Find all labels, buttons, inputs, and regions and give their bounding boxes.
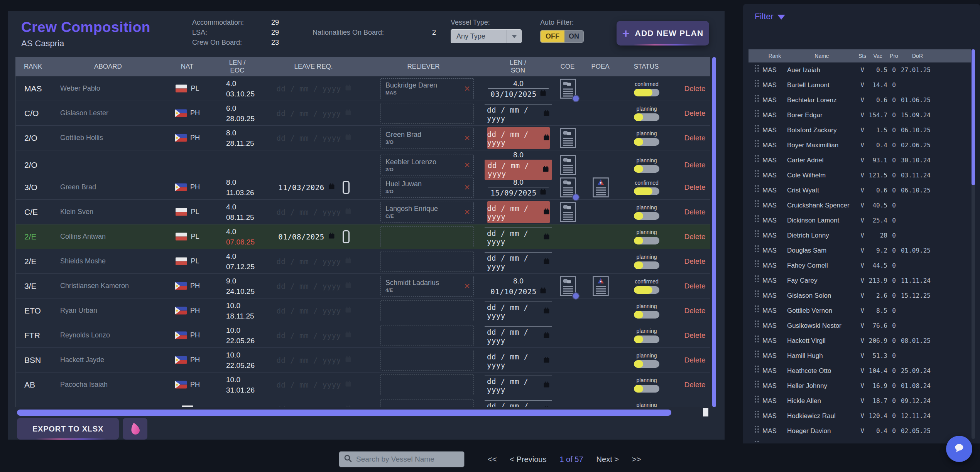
search-input[interactable]	[356, 455, 460, 464]
reliever-input[interactable]	[380, 226, 474, 247]
delete-button[interactable]: Delete	[676, 208, 710, 216]
coe-document-icon[interactable]	[560, 155, 576, 175]
calendar-icon[interactable]	[345, 307, 351, 315]
leave-date-input[interactable]: dd / mm / yyyy	[276, 84, 341, 93]
son-date-input[interactable]: dd / mm / yyyy	[485, 228, 552, 246]
previous-page-button[interactable]: < Previous	[510, 455, 546, 464]
next-page-button[interactable]: Next >	[596, 455, 619, 464]
delete-button[interactable]: Delete	[676, 84, 710, 93]
crew-pool-row[interactable]: MASDickinson LamontV25.40	[749, 213, 971, 228]
son-date-input-alert[interactable]: dd / mm / yyyy	[487, 127, 550, 149]
crew-pool-row[interactable]: MASDietrich LonnyV280	[749, 228, 971, 243]
crew-pool-row[interactable]: MASCole WilhelmV121.5003.11.24	[749, 168, 971, 183]
crew-pool-row[interactable]: MASBartell LamontV14.40	[749, 78, 971, 93]
status-toggle[interactable]	[634, 360, 659, 368]
delete-button[interactable]: Delete	[676, 331, 710, 340]
crew-pool-row[interactable]: MASHodkiewicz RaulV120.4012.11.24	[749, 408, 971, 423]
status-toggle[interactable]	[634, 385, 659, 393]
calendar-icon[interactable]	[543, 357, 550, 365]
calendar-icon[interactable]	[345, 84, 351, 93]
status-toggle[interactable]	[634, 89, 659, 96]
calendar-icon[interactable]	[543, 110, 550, 118]
status-toggle[interactable]	[634, 237, 659, 244]
auto-filter-on[interactable]: ON	[564, 30, 583, 42]
auto-filter-off[interactable]: OFF	[541, 30, 564, 42]
delete-button[interactable]: Delete	[676, 109, 710, 118]
calendar-icon[interactable]	[543, 258, 550, 266]
delete-button[interactable]: Delete	[676, 405, 710, 408]
calendar-icon[interactable]	[540, 287, 546, 295]
coe-document-icon[interactable]	[560, 276, 576, 296]
son-date-input[interactable]: dd / mm / yyyy	[485, 160, 552, 180]
coe-document-icon[interactable]	[560, 79, 576, 99]
crew-pool-row[interactable]: MASBoyer MaximillianV0.4002.06.25	[749, 138, 971, 153]
status-toggle[interactable]	[634, 138, 659, 146]
crew-pool-row[interactable]: MASBorer EdgarV154.7015.09.24	[749, 108, 971, 123]
delete-button[interactable]: Delete	[676, 381, 710, 389]
calendar-icon[interactable]	[543, 208, 550, 216]
calendar-icon[interactable]	[345, 257, 351, 265]
son-date-input[interactable]: dd / mm / yyyy	[487, 204, 550, 221]
last-page-button[interactable]: >>	[632, 455, 641, 464]
egg-button[interactable]	[123, 418, 147, 440]
reliever-input[interactable]	[380, 300, 474, 321]
calendar-icon[interactable]	[543, 307, 550, 315]
calendar-icon[interactable]	[345, 109, 351, 117]
crew-pool-row[interactable]: MASGottlieb VernonV8.50	[749, 303, 971, 318]
crew-pool-row[interactable]: MASCrist WyattV0.6006.10.25	[749, 183, 971, 198]
coe-document-icon[interactable]	[560, 128, 576, 148]
reliever-input[interactable]: Schmidt Ladarius4/E✕	[380, 276, 474, 297]
status-toggle[interactable]	[634, 335, 659, 343]
status-toggle[interactable]	[634, 165, 659, 173]
calendar-icon[interactable]	[345, 356, 351, 364]
vessel-type-select[interactable]: Any Type	[451, 29, 522, 43]
delete-button[interactable]: Delete	[676, 257, 710, 266]
filter-toggle[interactable]: Filter	[755, 12, 785, 22]
poea-document-icon[interactable]	[593, 177, 609, 197]
vessel-search[interactable]	[339, 451, 465, 467]
delete-button[interactable]: Delete	[676, 134, 710, 142]
son-date-input[interactable]: 01/10/2025	[488, 286, 548, 296]
auto-filter-toggle[interactable]: OFF ON	[540, 30, 584, 43]
calendar-icon[interactable]	[345, 282, 351, 290]
leave-date-input[interactable]: dd / mm / yyyy	[276, 331, 341, 340]
crew-pool-row[interactable]: MASCruickshank SpencerV40.50	[749, 198, 971, 213]
vertical-scrollbar[interactable]	[712, 57, 716, 407]
reliever-input[interactable]: Keebler Lorenzo2/O✕	[380, 155, 474, 175]
calendar-icon[interactable]	[345, 381, 351, 389]
son-date-input[interactable]: dd / mm / yyyy	[485, 326, 552, 345]
calendar-icon[interactable]	[543, 233, 550, 241]
reliever-input[interactable]: Huel Juwan3/O✕	[380, 177, 474, 198]
calendar-icon[interactable]	[543, 332, 550, 340]
son-date-input[interactable]: dd / mm / yyyy	[485, 400, 552, 408]
crew-pool-row[interactable]: MASHackett VirgilV206.9008.01.25	[749, 333, 971, 348]
leave-date-input[interactable]: 01/08/2025	[278, 233, 324, 241]
delete-button[interactable]: Delete	[676, 183, 710, 192]
crew-pool-row[interactable]: MASGislason SolonV2.6015.12.25	[749, 288, 971, 303]
delete-button[interactable]: Delete	[676, 307, 710, 315]
crew-pool-row[interactable]: MASJast RogerV0.5002.06.25	[749, 438, 971, 443]
export-xlsx-button[interactable]: EXPORT TO XLSX	[17, 418, 119, 440]
crew-pool-row[interactable]: MASDouglas SamV9.2001.09.25	[749, 243, 971, 258]
reliever-input[interactable]	[380, 251, 474, 272]
crew-pool-row[interactable]: MASBechtelar LorenzV0.6001.06.25	[749, 93, 971, 108]
chat-fab-button[interactable]	[946, 436, 972, 462]
leave-date-input[interactable]: dd / mm / yyyy	[276, 109, 341, 118]
son-date-input[interactable]: 15/09/2025	[488, 187, 548, 197]
reliever-input[interactable]	[380, 374, 474, 395]
crew-pool-row[interactable]: MASCarter AdrielV93.1030.10.24	[749, 153, 971, 168]
calendar-icon[interactable]	[345, 405, 351, 407]
leave-date-input[interactable]: dd / mm / yyyy	[276, 134, 341, 142]
calendar-icon[interactable]	[543, 134, 550, 142]
coe-document-icon[interactable]	[560, 177, 576, 197]
reliever-input[interactable]: Buckridge DarenMAS✕	[380, 78, 474, 99]
status-toggle[interactable]	[634, 212, 659, 220]
crew-pool-row[interactable]: MASAuer IzaiahV0.5027.01.25	[749, 62, 971, 78]
reliever-input[interactable]	[380, 103, 474, 124]
delete-button[interactable]: Delete	[676, 282, 710, 290]
first-page-button[interactable]: <<	[488, 455, 497, 464]
leave-date-input[interactable]: dd / mm / yyyy	[276, 381, 341, 389]
son-date-input[interactable]: dd / mm / yyyy	[485, 376, 552, 394]
reliever-input[interactable]	[380, 325, 474, 346]
son-date-input[interactable]: dd / mm / yyyy	[487, 130, 550, 147]
